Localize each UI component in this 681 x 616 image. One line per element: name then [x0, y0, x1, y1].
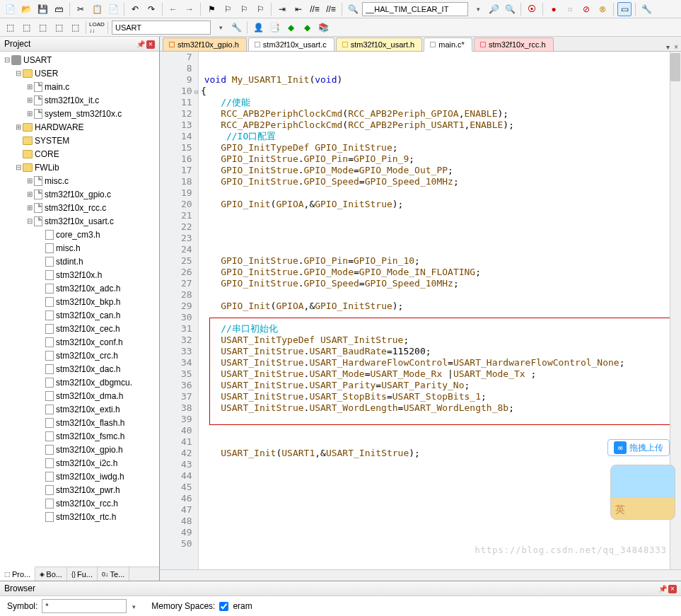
nav-fwd-icon[interactable]: →	[182, 2, 197, 16]
target-dropdown-icon[interactable]	[213, 21, 227, 35]
uncomment-icon[interactable]: //≡	[324, 2, 338, 16]
indent-icon[interactable]: ⇥	[275, 2, 289, 16]
tree-file-header[interactable]: stm32f10x_dma.h	[0, 389, 159, 402]
tree-file-header[interactable]: stm32f10x_crc.h	[0, 349, 159, 362]
undo-icon[interactable]: ↶	[128, 2, 142, 16]
cut-icon[interactable]: ✂	[74, 2, 88, 16]
tree-file-header[interactable]: misc.h	[0, 241, 159, 255]
translate-icon[interactable]: ⬚	[3, 21, 17, 35]
target-combo[interactable]	[112, 21, 211, 35]
panel-pin-icon[interactable]: 📌	[136, 40, 145, 49]
tree-file-header[interactable]: stm32f10x_pwr.h	[0, 483, 159, 496]
tree-folder-hardware[interactable]: ⊞HARDWARE	[0, 120, 159, 134]
tree-file-header[interactable]: stm32f10x_conf.h	[0, 335, 159, 349]
breakpoint-kill-icon[interactable]: ⊘	[579, 2, 593, 16]
bookmark-clear-icon[interactable]: ⚐	[253, 2, 267, 16]
search-dropdown-icon[interactable]	[470, 2, 484, 16]
bookmark-prev-icon[interactable]: ⚐	[221, 2, 235, 16]
paste-icon[interactable]: 📄	[106, 2, 120, 16]
bookmark-icon[interactable]: ⚑	[204, 2, 219, 16]
symbol-dropdown-icon[interactable]	[131, 601, 136, 611]
download-icon[interactable]: LOAD↓↓	[90, 21, 104, 35]
file-tab[interactable]: stm32f10x_usart.c	[248, 37, 334, 51]
tree-file-header[interactable]: stm32f10x_adc.h	[0, 281, 159, 295]
config-icon[interactable]: 🔧	[639, 2, 653, 16]
file-ext-icon[interactable]: 📑	[267, 21, 281, 35]
tree-file-header[interactable]: stm32f10x_iwdg.h	[0, 470, 159, 483]
search-input[interactable]	[362, 2, 468, 16]
bookmark-next-icon[interactable]: ⚐	[237, 2, 251, 16]
debug-icon[interactable]: ⦿	[525, 2, 539, 16]
breakpoint-icon[interactable]: ●	[547, 2, 561, 16]
ime-widget[interactable]	[610, 465, 675, 520]
outdent-icon[interactable]: ⇤	[291, 2, 305, 16]
tree-folder-core[interactable]: CORE	[0, 147, 159, 161]
breakpoint-all-icon[interactable]: ⊗	[595, 2, 610, 16]
breakpoint-disable-icon[interactable]: ○	[563, 2, 577, 16]
redo-icon[interactable]: ↷	[144, 2, 158, 16]
manage-icon[interactable]: 👤	[251, 21, 265, 35]
tree-file-header[interactable]: stm32f10x_rcc.h	[0, 496, 159, 510]
rebuild-icon[interactable]: ⬚	[35, 21, 50, 35]
window-icon[interactable]: ▭	[617, 2, 631, 16]
file-tab[interactable]: stm32f10x_gpio.h	[163, 37, 247, 51]
tree-folder-fwlib[interactable]: ⊟FWLib	[0, 161, 159, 174]
tree-folder-user[interactable]: ⊟USER	[0, 66, 159, 80]
tab-close-icon[interactable]: ×	[674, 43, 678, 51]
tree-file-header[interactable]: stdint.h	[0, 255, 159, 268]
tree-folder-system[interactable]: SYSTEM	[0, 134, 159, 147]
copy-icon[interactable]: 📋	[90, 2, 104, 16]
file-tab[interactable]: stm32f10x_usart.h	[336, 37, 423, 51]
tree-file-header[interactable]: stm32f10x_bkp.h	[0, 295, 159, 308]
nav-back-icon[interactable]: ←	[166, 2, 180, 16]
eram-checkbox[interactable]	[219, 602, 228, 611]
tree-file-header[interactable]: stm32f10x_flash.h	[0, 416, 159, 429]
code-content[interactable]: void My_USART1_Init(void)⊟{ //使能 RCC_APB…	[199, 52, 681, 569]
tree-file-header[interactable]: stm32f10x_can.h	[0, 308, 159, 322]
project-tab[interactable]: 0↓Te...	[98, 567, 129, 581]
tree-file[interactable]: ⊞stm32f10x_rcc.c	[0, 201, 159, 214]
horizontal-scrollbar[interactable]	[160, 569, 681, 581]
file-tab[interactable]: stm32f10x_rcc.h	[474, 37, 554, 51]
panel-close-icon[interactable]: ×	[146, 40, 155, 49]
code-editor[interactable]: 7891011121314151617181920212223242526272…	[160, 52, 681, 569]
find-icon[interactable]: 🔍	[346, 2, 360, 16]
tree-file[interactable]: ⊞stm32f10x_gpio.c	[0, 187, 159, 201]
stop-build-icon[interactable]: ⬚	[68, 21, 82, 35]
batch-build-icon[interactable]: ⬚	[52, 21, 66, 35]
tree-file[interactable]: ⊞stm32f10x_it.c	[0, 93, 159, 107]
tree-file[interactable]: ⊞misc.c	[0, 174, 159, 187]
pack-icon[interactable]: ◆	[300, 21, 314, 35]
project-tab[interactable]: ◈Bo...	[35, 567, 67, 581]
tree-file-header[interactable]: stm32f10x_dbgmcu.	[0, 376, 159, 389]
tree-file-header[interactable]: stm32f10x_gpio.h	[0, 443, 159, 456]
new-file-icon[interactable]: 📄	[3, 2, 17, 16]
tree-root[interactable]: ⊟USART	[0, 53, 159, 66]
build-icon[interactable]: ⬚	[19, 21, 33, 35]
tree-file[interactable]: ⊞system_stm32f10x.c	[0, 107, 159, 120]
tree-file-header[interactable]: stm32f10x.h	[0, 268, 159, 281]
project-tab[interactable]: ⬚Pro...	[0, 566, 35, 581]
find-next-icon[interactable]: 🔎	[487, 2, 501, 16]
open-icon[interactable]: 📂	[19, 2, 33, 16]
save-all-icon[interactable]: 🗃	[52, 2, 66, 16]
tree-file-header[interactable]: stm32f10x_dac.h	[0, 362, 159, 376]
tree-file-header[interactable]: stm32f10x_i2c.h	[0, 456, 159, 470]
save-icon[interactable]: 💾	[35, 2, 50, 16]
tree-file-header[interactable]: stm32f10x_fsmc.h	[0, 429, 159, 443]
project-tab[interactable]: {}Fu...	[67, 567, 98, 581]
target-options-icon[interactable]: 🔧	[229, 21, 243, 35]
browser-pin-icon[interactable]: 📌	[658, 585, 667, 593]
upload-widget[interactable]: ∞ 拖拽上传	[607, 439, 670, 456]
tab-menu-icon[interactable]: ▾	[666, 43, 670, 51]
tree-file[interactable]: ⊞main.c	[0, 80, 159, 93]
manage-rte-icon[interactable]: ◆	[284, 21, 298, 35]
project-tree[interactable]: ⊟USART⊟USER⊞main.c⊞stm32f10x_it.c⊞system…	[0, 52, 159, 566]
tree-file-usart[interactable]: ⊟stm32f10x_usart.c	[0, 214, 159, 228]
find-in-files-icon[interactable]: 🔍	[503, 2, 517, 16]
comment-icon[interactable]: //≡	[308, 2, 322, 16]
books-icon[interactable]: 📚	[316, 21, 330, 35]
browser-close-icon[interactable]: ×	[668, 585, 677, 593]
tree-file-header[interactable]: stm32f10x_rtc.h	[0, 510, 159, 523]
tree-file-header[interactable]: stm32f10x_exti.h	[0, 402, 159, 416]
